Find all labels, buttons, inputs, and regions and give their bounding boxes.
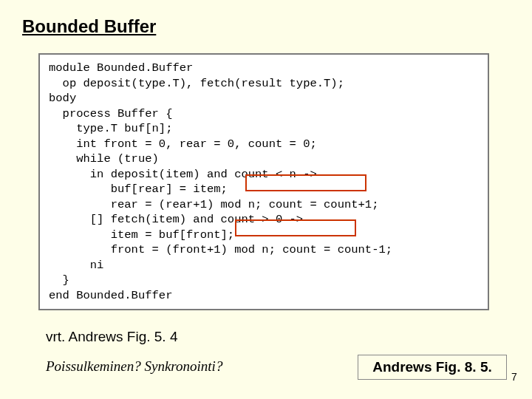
caption-compare: vrt. Andrews Fig. 5. 4 [46, 329, 177, 345]
slide-title: Bounded Buffer [22, 16, 156, 37]
page-number: 7 [511, 371, 517, 383]
highlight-box-1 [245, 174, 366, 191]
caption-question: Poissulkeminen? Synkronointi? [46, 358, 222, 375]
highlight-box-2 [235, 219, 356, 236]
figure-label-box: Andrews Fig. 8. 5. [358, 355, 507, 380]
